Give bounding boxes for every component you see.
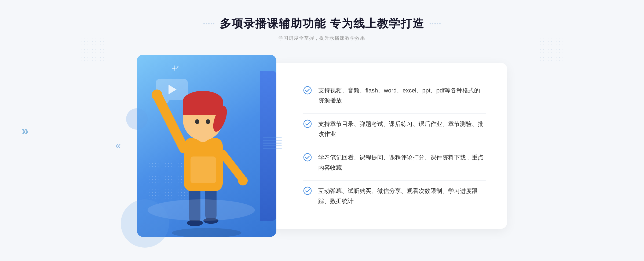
svg-point-0 (172, 228, 241, 237)
feature-item-1: 支持视频、音频、flash、word、excel、ppt、pdf等各种格式的资源… (303, 80, 486, 111)
svg-line-8 (223, 154, 241, 178)
svg-point-16 (206, 119, 210, 124)
feature-text-4: 互动弹幕、试听购买、微信分享、观看次数限制、学习进度跟踪、数据统计 (318, 186, 486, 206)
page-chevron-left: » (21, 123, 29, 138)
main-content: « 支持视频、音频、fla (134, 55, 510, 237)
check-icon-3 (303, 153, 312, 162)
svg-line-6 (158, 98, 184, 148)
header-dots-left (203, 23, 214, 24)
features-panel: 支持视频、音频、flash、word、excel、ppt、pdf等各种格式的资源… (271, 63, 507, 229)
svg-point-19 (304, 87, 311, 94)
feature-item-4: 互动弹幕、试听购买、微信分享、观看次数限制、学习进度跟踪、数据统计 (303, 180, 486, 211)
stripe-line-3 (263, 143, 282, 144)
dot-10 (439, 23, 441, 24)
svg-point-7 (152, 90, 162, 100)
feature-item-2: 支持章节目录、弹题考试、课后练习、课后作业、章节测验、批改作业 (303, 113, 486, 144)
stripe-decoration (263, 130, 282, 156)
illustration-card: « (137, 55, 276, 237)
header-dots-right (430, 23, 441, 24)
dot-5 (213, 23, 214, 24)
check-icon-4 (303, 187, 312, 195)
feature-text-2: 支持章节目录、弹题考试、课后练习、课后作业、章节测验、批改作业 (318, 119, 486, 139)
svg-point-20 (304, 120, 311, 128)
dot-2 (206, 23, 207, 24)
dot-pattern-top-right (537, 38, 564, 64)
stripe-line-5 (263, 148, 282, 149)
feature-item-3: 学习笔记回看、课程提问、课程评论打分、课件资料下载，重点内容收藏 (303, 147, 486, 178)
dot-8 (434, 23, 436, 24)
page-wrapper: » 多项录播课辅助功能 专为线上教学打造 学习进度全掌握，提升录播课教学效果 (0, 0, 644, 261)
stripe-line-4 (263, 145, 282, 146)
svg-point-21 (304, 154, 311, 161)
circle-blue-medium (126, 108, 148, 130)
dot-4 (211, 23, 212, 24)
dot-6 (430, 23, 431, 24)
page-title: 多项录播课辅助功能 专为线上教学打造 (220, 16, 424, 31)
dot-3 (208, 23, 210, 24)
header-title-row: 多项录播课辅助功能 专为线上教学打造 (203, 16, 441, 31)
stripe-line-2 (263, 140, 282, 141)
header-section: 多项录播课辅助功能 专为线上教学打造 学习进度全掌握，提升录播课教学效果 (203, 16, 441, 41)
svg-point-15 (195, 119, 199, 124)
svg-point-9 (238, 176, 248, 185)
svg-point-22 (304, 187, 311, 195)
dot-pattern-top-left (80, 38, 107, 64)
page-subtitle: 学习进度全掌握，提升录播课教学效果 (279, 35, 365, 41)
svg-rect-18 (191, 156, 216, 183)
circle-blue-large (121, 199, 169, 248)
dot-7 (432, 23, 433, 24)
check-icon-1 (303, 86, 312, 95)
dot-9 (437, 23, 438, 24)
dot-1 (203, 23, 205, 24)
feature-text-1: 支持视频、音频、flash、word、excel、ppt、pdf等各种格式的资源… (318, 85, 486, 106)
feature-text-3: 学习笔记回看、课程提问、课程评论打分、课件资料下载，重点内容收藏 (318, 152, 486, 173)
card-chevron-left: « (115, 140, 121, 151)
check-icon-2 (303, 120, 312, 128)
stripe-line-1 (263, 137, 282, 138)
